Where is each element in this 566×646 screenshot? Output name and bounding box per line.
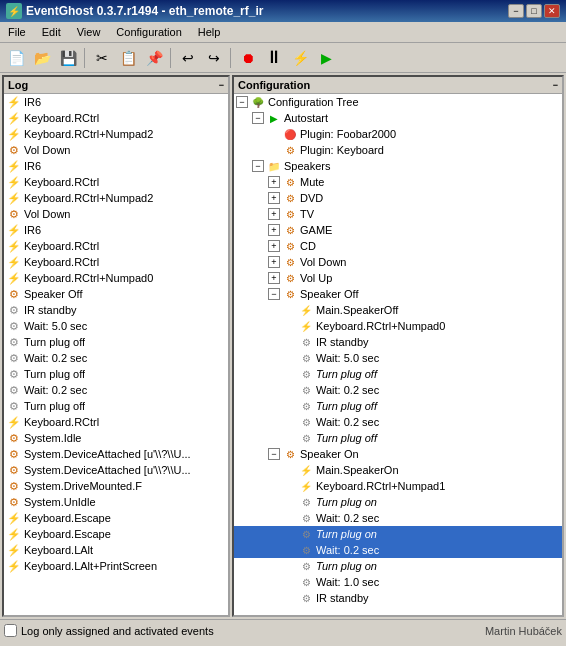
tree-item[interactable]: −⚙Speaker On [234,446,562,462]
tree-expand-button[interactable]: + [268,240,280,252]
tree-item[interactable]: +⚙TV [234,206,562,222]
tree-expand-button[interactable]: − [252,112,264,124]
log-item[interactable]: ⚙System.DeviceAttached [u'\\?\\U... [4,462,228,478]
tree-item[interactable]: ⚙Turn plug on [234,526,562,542]
tree-item[interactable]: ⚡Keyboard.RCtrl+Numpad1 [234,478,562,494]
stop-button[interactable]: ⏸ [262,47,286,69]
log-item[interactable]: ⚡Keyboard.LAlt+PrintScreen [4,558,228,574]
config-panel-minimize[interactable]: − [553,80,558,90]
log-panel-minimize[interactable]: − [219,80,224,90]
log-item[interactable]: ⚙Speaker Off [4,286,228,302]
tree-expand-button[interactable]: + [268,208,280,220]
tree-item[interactable]: ⚙IR standby [234,590,562,606]
redo-button[interactable]: ↪ [202,47,226,69]
tree-item[interactable]: +⚙Vol Up [234,270,562,286]
tree-item[interactable]: +⚙Mute [234,174,562,190]
menu-view[interactable]: View [69,24,109,40]
tree-item[interactable]: ⚙Wait: 5.0 sec [234,350,562,366]
log-item[interactable]: ⚡Keyboard.RCtrl [4,254,228,270]
tree-item[interactable]: ⚙Turn plug on [234,558,562,574]
menu-configuration[interactable]: Configuration [108,24,189,40]
tree-item[interactable]: +⚙DVD [234,190,562,206]
tree-item[interactable]: ⚡Main.SpeakerOn [234,462,562,478]
tree-item[interactable]: ⚙Wait: 0.2 sec [234,414,562,430]
log-item[interactable]: ⚡IR6 [4,222,228,238]
tree-expand-button[interactable]: − [268,448,280,460]
log-item[interactable]: ⚙Vol Down [4,142,228,158]
menu-edit[interactable]: Edit [34,24,69,40]
log-item[interactable]: ⚡Keyboard.LAlt [4,542,228,558]
tree-item[interactable]: 🔴Plugin: Foobar2000 [234,126,562,142]
tree-item[interactable]: +⚙GAME [234,222,562,238]
log-item[interactable]: ⚡IR6 [4,158,228,174]
log-item[interactable]: ⚙System.UnIdle [4,494,228,510]
tree-expand-button[interactable]: − [252,160,264,172]
tree-item[interactable]: ⚙Turn plug on [234,494,562,510]
log-item[interactable]: ⚙Turn plug off [4,398,228,414]
tree-item[interactable]: ⚙Turn plug off [234,430,562,446]
log-item[interactable]: ⚙IR standby [4,302,228,318]
tree-expand-button[interactable]: + [268,192,280,204]
log-item[interactable]: ⚙System.DriveMounted.F [4,478,228,494]
menu-file[interactable]: File [0,24,34,40]
tree-expand-button[interactable]: − [236,96,248,108]
log-item[interactable]: ⚙System.DeviceAttached [u'\\?\\U... [4,446,228,462]
save-button[interactable]: 💾 [56,47,80,69]
new-button[interactable]: 📄 [4,47,28,69]
paste-button[interactable]: 📌 [142,47,166,69]
undo-button[interactable]: ↩ [176,47,200,69]
log-item[interactable]: ⚡Keyboard.RCtrl [4,238,228,254]
log-item[interactable]: ⚡Keyboard.RCtrl [4,414,228,430]
tree-expand-button[interactable]: − [268,288,280,300]
log-item[interactable]: ⚡Keyboard.RCtrl [4,110,228,126]
tree-expand-button[interactable]: + [268,176,280,188]
log-item[interactable]: ⚙Wait: 0.2 sec [4,382,228,398]
log-item[interactable]: ⚙Turn plug off [4,334,228,350]
tree-expand-button[interactable]: + [268,272,280,284]
tree-item[interactable]: −▶Autostart [234,110,562,126]
play-button[interactable]: ⚡ [288,47,312,69]
log-item[interactable]: ⚙Turn plug off [4,366,228,382]
tree-item[interactable]: ⚙Wait: 0.2 sec [234,382,562,398]
tree-item[interactable]: −📁Speakers [234,158,562,174]
tree-item[interactable]: +⚙Vol Down [234,254,562,270]
log-item[interactable]: ⚙Vol Down [4,206,228,222]
tree-item[interactable]: ⚙Wait: 0.2 sec [234,510,562,526]
tree-item[interactable]: ⚙IR standby [234,334,562,350]
log-item[interactable]: ⚡Keyboard.Escape [4,526,228,542]
cut-button[interactable]: ✂ [90,47,114,69]
log-item[interactable]: ⚡IR6 [4,94,228,110]
minimize-button[interactable]: − [508,4,524,18]
tree-expand-button[interactable]: + [268,224,280,236]
log-content[interactable]: ⚡IR6⚡Keyboard.RCtrl⚡Keyboard.RCtrl+Numpa… [4,94,228,615]
log-item[interactable]: ⚙Wait: 0.2 sec [4,350,228,366]
tree-item[interactable]: −🌳Configuration Tree [234,94,562,110]
record-button[interactable]: ⏺ [236,47,260,69]
log-item[interactable]: ⚡Keyboard.RCtrl [4,174,228,190]
execute-button[interactable]: ▶ [314,47,338,69]
tree-content[interactable]: −🌳Configuration Tree−▶Autostart🔴Plugin: … [234,94,562,615]
tree-expand-button[interactable]: + [268,256,280,268]
log-item[interactable]: ⚡Keyboard.RCtrl+Numpad2 [4,126,228,142]
log-item-icon: ⚡ [6,110,22,126]
tree-item[interactable]: ⚙Wait: 0.2 sec [234,542,562,558]
tree-item[interactable]: ⚡Keyboard.RCtrl+Numpad0 [234,318,562,334]
log-item[interactable]: ⚙Wait: 5.0 sec [4,318,228,334]
tree-item[interactable]: ⚡Main.SpeakerOff [234,302,562,318]
tree-item[interactable]: ⚙Turn plug off [234,366,562,382]
log-item[interactable]: ⚡Keyboard.RCtrl+Numpad2 [4,190,228,206]
tree-item[interactable]: −⚙Speaker Off [234,286,562,302]
close-button[interactable]: ✕ [544,4,560,18]
log-item[interactable]: ⚡Keyboard.RCtrl+Numpad0 [4,270,228,286]
log-filter-checkbox[interactable] [4,624,17,637]
log-item[interactable]: ⚙System.Idle [4,430,228,446]
copy-button[interactable]: 📋 [116,47,140,69]
tree-item[interactable]: +⚙CD [234,238,562,254]
open-button[interactable]: 📂 [30,47,54,69]
tree-item[interactable]: ⚙Plugin: Keyboard [234,142,562,158]
maximize-button[interactable]: □ [526,4,542,18]
menu-help[interactable]: Help [190,24,229,40]
tree-item[interactable]: ⚙Turn plug off [234,398,562,414]
log-item[interactable]: ⚡Keyboard.Escape [4,510,228,526]
tree-item[interactable]: ⚙Wait: 1.0 sec [234,574,562,590]
